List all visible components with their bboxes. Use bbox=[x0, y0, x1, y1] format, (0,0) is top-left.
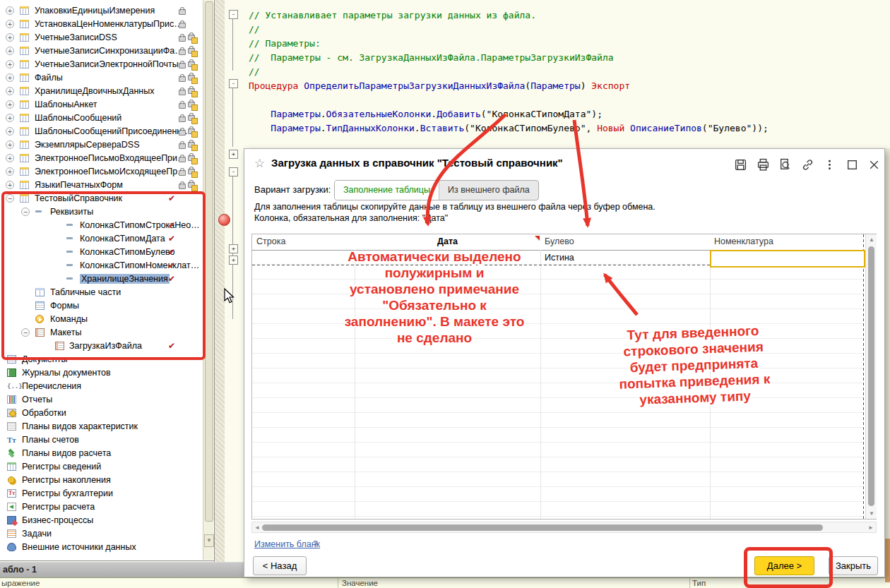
table-hscroll-thumb[interactable] bbox=[262, 524, 823, 531]
tree-scrollbar-down-icon[interactable]: ▼ bbox=[204, 534, 214, 547]
catalog-icon bbox=[20, 100, 29, 109]
expand-icon[interactable]: + bbox=[6, 181, 14, 189]
scroll-right-icon[interactable]: ► bbox=[868, 524, 874, 531]
table-row[interactable] bbox=[252, 457, 863, 472]
table-horizontal-scrollbar[interactable]: ◄ ► bbox=[251, 522, 877, 533]
tree-item-ЭлектронноеПисьмоВходящееПри-[interactable]: +ЭлектронноеПисьмоВходящееПри… bbox=[0, 152, 214, 165]
tree-item-УчетныеЗаписиDSS[interactable]: +УчетныеЗаписиDSS bbox=[0, 31, 214, 44]
lock-icon bbox=[179, 116, 186, 122]
lock-icon bbox=[179, 23, 186, 28]
expand-icon[interactable]: + bbox=[6, 33, 14, 42]
code-line[interactable] bbox=[249, 93, 884, 107]
tree-item-Обработки[interactable]: +Обработки bbox=[0, 407, 214, 420]
tree-item-ХранилищеДвоичныхДанных[interactable]: +ХранилищеДвоичныхДанных bbox=[0, 85, 214, 98]
expand-icon[interactable]: + bbox=[6, 73, 14, 82]
maximize-icon[interactable] bbox=[846, 158, 859, 172]
code-line[interactable]: Параметры.ОбязательныеКолонки.Добавить("… bbox=[249, 107, 884, 121]
tree-item-ЭкземплярыСервераDSS[interactable]: +ЭкземплярыСервераDSS bbox=[0, 138, 214, 152]
breakpoint-gutter[interactable] bbox=[214, 0, 225, 562]
tree-item-label: ЭлектронноеПисьмоВходящееПри… bbox=[35, 153, 186, 163]
tree-item-Регистры-накопления[interactable]: +Регистры накопления bbox=[0, 474, 214, 487]
expand-icon[interactable]: + bbox=[6, 154, 14, 162]
tree-item-Планы-счетов[interactable]: +Планы счетов bbox=[0, 433, 214, 447]
variant-option-unselected[interactable]: Из внешнего файла bbox=[439, 181, 538, 200]
tree-item-ШаблоныАнкет[interactable]: +ШаблоныАнкет bbox=[0, 98, 214, 112]
scroll-left-icon[interactable]: ◄ bbox=[254, 524, 260, 531]
table-row[interactable] bbox=[252, 472, 863, 487]
tree-item-Файлы[interactable]: +Файлы bbox=[0, 71, 214, 85]
help-link[interactable]: ? bbox=[313, 539, 318, 549]
code-line[interactable]: // Устанавливает параметры загрузки данн… bbox=[249, 8, 884, 23]
code-line[interactable]: // Параметры: bbox=[249, 37, 884, 51]
tree-item-ЯзыкиПечатныхФорм[interactable]: +ЯзыкиПечатныхФорм bbox=[0, 179, 214, 192]
tree-item-УчетныеЗаписиЭлектроннойПочты[interactable]: +УчетныеЗаписиЭлектроннойПочты bbox=[0, 58, 214, 71]
tree-item-Журналы-документов[interactable]: +Журналы документов bbox=[0, 366, 214, 380]
code-editor[interactable]: // Устанавливает параметры загрузки данн… bbox=[249, 8, 884, 136]
expand-icon[interactable]: + bbox=[6, 87, 14, 95]
fold-marker-icon[interactable]: - bbox=[229, 10, 238, 19]
tree-item-Задачи[interactable]: +Задачи bbox=[0, 527, 214, 541]
back-button[interactable]: < Назад bbox=[253, 556, 307, 575]
preview-icon[interactable] bbox=[778, 158, 792, 172]
tree-item-Регистры-сведений[interactable]: +Регистры сведений bbox=[0, 460, 214, 474]
expand-icon[interactable]: + bbox=[6, 140, 14, 149]
selected-cell[interactable] bbox=[710, 250, 865, 268]
table-row[interactable] bbox=[252, 487, 863, 502]
variant-option-selected[interactable]: Заполнение таблицы bbox=[335, 181, 439, 200]
print-icon[interactable] bbox=[756, 158, 770, 172]
code-token: Добавить bbox=[437, 109, 481, 119]
lock-icon bbox=[179, 170, 186, 176]
expand-icon[interactable]: + bbox=[6, 114, 14, 122]
table-row[interactable] bbox=[252, 443, 863, 457]
table-row[interactable] bbox=[252, 413, 863, 428]
supplied-object-icon bbox=[191, 172, 198, 178]
fold-marker-icon[interactable]: + bbox=[229, 150, 238, 159]
table-row[interactable] bbox=[252, 428, 863, 443]
expand-icon[interactable]: + bbox=[6, 6, 14, 15]
fold-marker-icon[interactable]: + bbox=[229, 244, 238, 253]
tree-item-Регистры-расчета[interactable]: +Регистры расчета bbox=[0, 500, 214, 514]
table-vscroll-thumb[interactable] bbox=[868, 246, 874, 506]
accounts-icon bbox=[7, 436, 16, 444]
tree-item-Регистры-бухгалтерии[interactable]: +Регистры бухгалтерии bbox=[0, 487, 214, 500]
tree-item-Внешние-источники-данных[interactable]: +Внешние источники данных bbox=[0, 541, 214, 554]
tree-item-ЭлектронноеПисьмоИсходящееПр-[interactable]: +ЭлектронноеПисьмоИсходящееПр… bbox=[0, 165, 214, 179]
save-icon[interactable] bbox=[734, 158, 747, 172]
expand-icon[interactable]: + bbox=[6, 47, 14, 55]
code-line[interactable]: // bbox=[249, 23, 884, 37]
edit-form-link[interactable]: Изменить бланк bbox=[254, 539, 320, 549]
close-button[interactable]: Закрыть bbox=[829, 556, 878, 575]
fold-marker-icon[interactable]: - bbox=[229, 167, 238, 176]
tree-item-УпаковкиЕдиницыИзмерения[interactable]: +УпаковкиЕдиницыИзмерения bbox=[0, 4, 214, 18]
fold-marker-icon[interactable]: + bbox=[229, 256, 238, 265]
expand-icon[interactable]: + bbox=[6, 167, 14, 176]
scroll-up-icon[interactable]: ▲ bbox=[869, 236, 874, 243]
tree-item-УчетныеЗаписиСинхронизацииФа-[interactable]: +УчетныеЗаписиСинхронизацииФа… bbox=[0, 44, 214, 58]
code-line[interactable]: Параметры.ТипДанныхКолонки.Вставить("Кол… bbox=[249, 121, 884, 136]
expand-icon[interactable]: + bbox=[6, 60, 14, 68]
table-vertical-scrollbar[interactable]: ▲ ▼ bbox=[865, 234, 877, 519]
code-line[interactable]: // Параметры - см. ЗагрузкаДанныхИзФайла… bbox=[249, 51, 884, 65]
tree-item-Планы-видов-характеристик[interactable]: +Планы видов характеристик bbox=[0, 420, 214, 433]
more-icon[interactable] bbox=[823, 158, 836, 172]
tree-item-Планы-видов-расчета[interactable]: +Планы видов расчета bbox=[0, 447, 214, 460]
tree-item-Перечисления[interactable]: +Перечисления bbox=[0, 380, 214, 393]
table-row[interactable] bbox=[252, 502, 863, 517]
close-icon[interactable] bbox=[867, 158, 881, 172]
expand-icon[interactable]: + bbox=[6, 100, 14, 109]
breakpoint-marker[interactable] bbox=[218, 214, 230, 226]
tree-item-Отчеты[interactable]: +Отчеты bbox=[0, 393, 214, 407]
scroll-down-icon[interactable]: ▼ bbox=[869, 510, 874, 517]
favorite-star-icon[interactable]: ☆ bbox=[254, 156, 265, 171]
tree-item-УстановкаЦенНоменклатурыПрис-[interactable]: +УстановкаЦенНоменклатурыПрис… bbox=[0, 18, 214, 31]
tree-item-Бизнес-процессы[interactable]: +Бизнес-процессы bbox=[0, 514, 214, 527]
fold-marker-icon[interactable]: - bbox=[229, 79, 238, 88]
expand-icon[interactable]: + bbox=[6, 127, 14, 136]
code-line[interactable]: Процедура ОпределитьПараметрыЗагрузкиДан… bbox=[249, 79, 884, 93]
tree-item-ШаблоныСообщений[interactable]: +ШаблоныСообщений bbox=[0, 112, 214, 125]
tree-scrollbar-thumb[interactable] bbox=[205, 1, 213, 522]
expand-icon[interactable]: + bbox=[6, 20, 14, 28]
link-icon[interactable] bbox=[801, 158, 814, 172]
tree-item-ШаблоныСообщенийПрисоединенн-[interactable]: +ШаблоныСообщенийПрисоединенн… bbox=[0, 125, 214, 138]
code-line[interactable]: // bbox=[249, 65, 884, 79]
